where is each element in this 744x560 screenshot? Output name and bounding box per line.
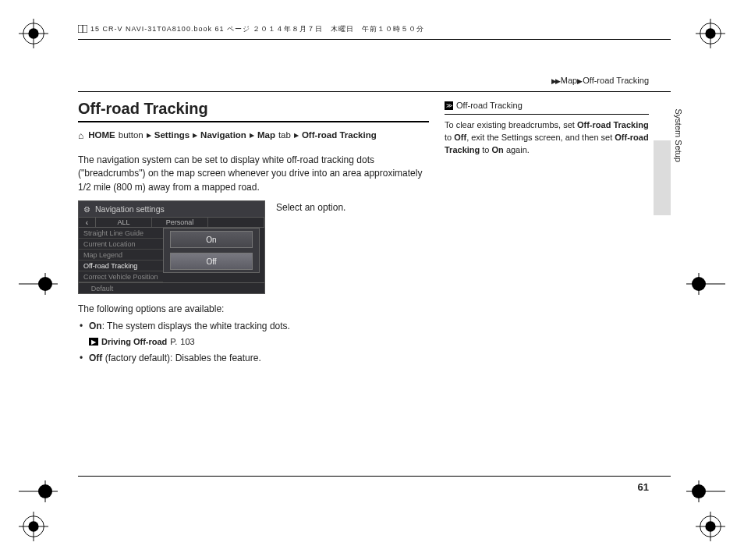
select-option-text: Select an option. [276, 202, 345, 213]
path-map: Map [257, 129, 275, 142]
xref-page-label: P. [170, 337, 177, 346]
tip-text: again. [504, 145, 530, 154]
crop-mark-icon [696, 512, 725, 541]
option-off-description: Off (factory default): Disables the feat… [78, 351, 429, 366]
tip-text: to [445, 133, 454, 142]
list-item[interactable]: Off-road Tracking [79, 261, 163, 271]
tip-text: To clear existing breadcrumbs, set [445, 120, 577, 129]
breadcrumb-b: Off-road Tracking [583, 76, 649, 85]
divider [78, 91, 671, 92]
triangle-icon: ▶ [193, 131, 197, 140]
chevron-icon: ≫ [445, 101, 453, 110]
crop-mark-icon [686, 273, 725, 295]
tip-text: to [480, 145, 491, 154]
file-header: 15 CR-V NAVI-31T0A8100.book 61 ページ ２０１４年… [78, 23, 671, 34]
menu-path: ⌂ HOME button ▶ Settings ▶ Navigation ▶ … [78, 129, 429, 143]
tip-bold: On [492, 145, 504, 154]
tip-bold: Off [454, 133, 466, 142]
triangle-icon: ▶ [294, 131, 299, 140]
tip-title: Off-road Tracking [456, 100, 523, 112]
option-off[interactable]: Off [170, 253, 253, 270]
path-home-suffix: button [119, 129, 143, 142]
option-on-description: On: The system displays the white tracki… [78, 319, 429, 334]
path-settings: Settings [154, 129, 190, 142]
option-off-label: Off [89, 353, 102, 363]
list-item[interactable]: Correct Vehicle Position [79, 271, 163, 282]
intro-text: The navigation system can be set to disp… [78, 154, 429, 194]
xref-page-num: 103 [180, 337, 194, 346]
list-item[interactable]: Current Location [79, 239, 163, 250]
tab-personal[interactable]: Personal [152, 218, 208, 227]
link-icon: ▶ [89, 338, 98, 346]
tab-empty [208, 218, 264, 227]
gear-icon: ⚙ [83, 205, 90, 214]
divider [78, 121, 429, 122]
file-header-text: 15 CR-V NAVI-31T0A8100.book 61 ページ ２０１４年… [90, 24, 424, 34]
tip-bold: Off-road Tracking [577, 120, 649, 129]
option-off-text: (factory default): Disables the feature. [102, 353, 260, 363]
triangle-icon: ▶ [250, 131, 254, 140]
triangle-icon: ▶▶ [551, 77, 559, 85]
option-on-text: : The system displays the white tracking… [102, 321, 290, 331]
tip-body: To clear existing breadcrumbs, set Off-r… [445, 119, 649, 157]
crop-mark-icon [696, 19, 725, 48]
book-icon [78, 25, 87, 33]
page-title: Off-road Tracking [78, 100, 429, 118]
crop-mark-icon [686, 480, 725, 502]
option-popup: On Off [163, 228, 260, 273]
home-icon: ⌂ [78, 129, 83, 143]
back-button[interactable]: ‹ [79, 218, 96, 227]
triangle-icon: ▶ [577, 77, 581, 85]
screenshot-title: Navigation settings [95, 204, 165, 214]
section-tab [654, 140, 671, 215]
tab-all[interactable]: ALL [96, 218, 152, 227]
triangle-icon: ▶ [147, 131, 151, 140]
list-item[interactable]: Straight Line Guide [79, 228, 163, 239]
settings-screenshot: ⚙ Navigation settings ‹ ALL Personal Str… [78, 200, 265, 294]
breadcrumb: ▶▶Map▶Off-road Tracking [78, 76, 671, 85]
tip-heading: ≫ Off-road Tracking [445, 100, 649, 112]
crop-mark-icon [19, 480, 58, 502]
path-navigation: Navigation [200, 129, 246, 142]
crop-mark-icon [19, 512, 48, 541]
path-offroad: Off-road Tracking [302, 129, 377, 142]
tip-text: , exit the Settings screen, and then set [466, 133, 615, 142]
xref-label: Driving Off-road [101, 337, 167, 346]
default-button[interactable]: Default [79, 283, 126, 293]
page-number: 61 [638, 481, 649, 493]
path-map-suffix: tab [278, 129, 291, 142]
section-tab-label: System Setup [674, 109, 683, 162]
divider [78, 39, 671, 40]
breadcrumb-a: Map [561, 76, 577, 85]
list-item[interactable]: Map Legend [79, 250, 163, 261]
crop-mark-icon [19, 273, 58, 295]
option-on-label: On [89, 321, 102, 331]
options-intro: The following options are available: [78, 303, 429, 314]
page-footer: 61 [78, 476, 671, 494]
crop-mark-icon [19, 19, 48, 48]
cross-reference: ▶ Driving Off-road P. 103 [89, 337, 429, 346]
divider [445, 114, 649, 115]
path-home: HOME [88, 129, 115, 142]
option-on[interactable]: On [170, 231, 253, 248]
